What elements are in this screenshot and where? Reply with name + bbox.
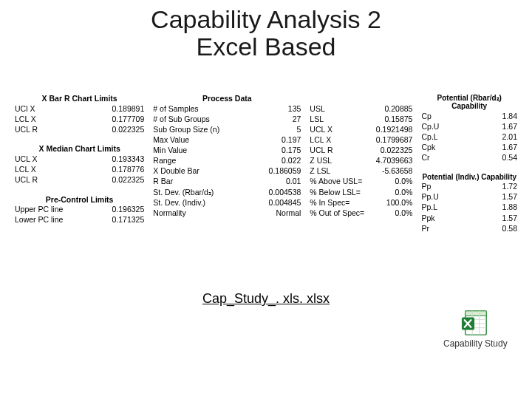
table-row: Z USL4.7039663	[310, 156, 412, 166]
row-value: 100.0%	[382, 198, 413, 208]
row-value: 4.7039663	[372, 156, 413, 166]
table-row: Pp.U1.57	[421, 192, 517, 202]
row-label: Pp	[421, 182, 497, 191]
row-label: Z LSL	[310, 166, 378, 176]
table-row: USL0.20885	[310, 103, 412, 114]
table-row: Pr0.58	[421, 223, 517, 233]
table-row: Min Value0.175	[153, 146, 301, 156]
row-label: Pp.L	[421, 202, 497, 212]
row-label: Z USL	[310, 156, 371, 166]
col-spec-stats: USL0.20885 LSL0.15875 UCL X0.1921498 LCL…	[310, 93, 412, 233]
table-row: St. Dev. (Rbar/d₂)0.004538	[153, 187, 301, 197]
table-row: Upper PC line0.196325	[15, 205, 144, 215]
heading-process-data: Process Data	[153, 93, 301, 103]
table-row: St. Dev. (Indiv.)0.004845	[153, 197, 301, 208]
table-row: % Out of Spec=0.0%	[310, 208, 412, 218]
row-value: 0.186059	[265, 166, 301, 176]
row-value: 0.20885	[380, 104, 412, 114]
col-process-data: Process Data # of Samples135 # of Sub Gr…	[153, 93, 301, 233]
row-label: Cpk	[421, 143, 497, 152]
row-value: 0.54	[498, 153, 517, 163]
table-row: Range0.022	[153, 156, 301, 166]
table-row: R Bar0.01	[153, 177, 301, 187]
col-xbar-r-limits: X Bar R Chart Limits UCl X0.189891 LCL X…	[15, 93, 144, 233]
table-row: UCl X0.189891	[15, 103, 144, 114]
row-value: 1.84	[498, 112, 517, 121]
table-row: Ppk1.57	[421, 213, 517, 223]
table-row: # of Sub Groups27	[153, 114, 301, 124]
row-label: St. Dev. (Rbar/d₂)	[153, 188, 264, 197]
row-label: X Double Bar	[153, 166, 264, 176]
heading-cap-rbard2: Potential (Rbar/d₂) Capability	[421, 93, 517, 111]
table-row: Pp.L1.88	[421, 202, 517, 213]
row-value: 27	[288, 115, 301, 124]
row-value: 0.004845	[265, 198, 301, 208]
row-value: 0.1799687	[372, 135, 413, 145]
row-label: USL	[310, 104, 380, 114]
table-row: UCL R0.022325	[310, 146, 412, 156]
title-line-2: Excel Based	[197, 33, 336, 61]
slide-title: Capability Analysis 2 Excel Based	[0, 6, 532, 60]
row-value: 0.171325	[108, 215, 145, 225]
table-row: LCL X0.178776	[15, 165, 144, 175]
row-label: % Below LSL=	[310, 188, 390, 197]
heading-cap-indiv: Potential (Indiv.) Capability	[421, 172, 517, 182]
row-value: 0.15875	[380, 115, 412, 124]
row-label: Cp	[421, 112, 497, 121]
table-row: UCL X0.1921498	[310, 124, 412, 134]
row-value: 0.0%	[391, 177, 413, 186]
row-value: 0.1921498	[372, 125, 413, 134]
row-value: 1.57	[498, 192, 517, 202]
row-label: LSL	[310, 115, 380, 124]
row-label: LCL X	[15, 115, 108, 124]
table-row: NormalityNormal	[153, 208, 301, 218]
row-label: Normality	[153, 208, 271, 218]
row-value: 1.67	[498, 143, 517, 152]
row-value: 0.01	[282, 177, 301, 186]
table-row: Cp1.84	[421, 111, 517, 121]
heading-xmedian: X Median Chart Limits	[15, 143, 144, 154]
row-label: % Above USL=	[310, 177, 390, 186]
row-label: UCL R	[15, 175, 108, 185]
row-label: # of Sub Groups	[153, 115, 287, 124]
table-row: Cp.U1.67	[421, 121, 517, 132]
excel-embed[interactable]: Capability Study	[443, 309, 508, 349]
row-label: # of Samples	[153, 104, 284, 114]
row-label: R Bar	[153, 177, 282, 186]
row-label: Ppk	[421, 214, 497, 223]
row-value: 1.67	[498, 122, 517, 132]
table-row: % Below LSL=0.0%	[310, 187, 412, 197]
row-label: Pr	[421, 224, 497, 233]
row-label: Cr	[421, 153, 497, 163]
row-value: 0.022325	[108, 125, 145, 134]
table-row: % In Spec=100.0%	[310, 197, 412, 208]
row-value: 0.0%	[391, 188, 413, 197]
row-value: 135	[284, 104, 301, 114]
row-label: UCL R	[15, 125, 108, 134]
row-label: % In Spec=	[310, 198, 381, 208]
excel-icon	[461, 309, 489, 337]
heading-xbar-r: X Bar R Chart Limits	[15, 93, 144, 103]
table-row: Cpk1.67	[421, 142, 517, 152]
row-label: Max Value	[153, 135, 277, 145]
row-label: Lower PC line	[15, 215, 108, 225]
row-value: 0.196325	[108, 205, 145, 214]
row-value: 0.189891	[108, 104, 145, 114]
table-row: UCL R0.022325	[15, 124, 144, 134]
data-tables: X Bar R Chart Limits UCl X0.189891 LCL X…	[15, 93, 517, 233]
title-line-1: Capability Analysis 2	[151, 5, 381, 33]
table-row: % Above USL=0.0%	[310, 177, 412, 187]
row-value: 0.175	[277, 146, 301, 155]
row-value: 0.0%	[391, 208, 413, 218]
row-label: Pp.U	[421, 192, 497, 202]
row-value: 0.004538	[265, 188, 301, 197]
slide: Capability Analysis 2 Excel Based X Bar …	[0, 0, 532, 399]
row-value: 0.177709	[108, 115, 145, 124]
heading-precontrol: Pre-Control Limits	[15, 194, 144, 205]
table-row: Max Value0.197	[153, 134, 301, 145]
row-label: LCL X	[15, 165, 108, 174]
row-label: Sub Group Size (n)	[153, 125, 292, 134]
file-link[interactable]: Cap_Study_. xls. xlsx	[0, 291, 532, 307]
excel-caption: Capability Study	[443, 338, 508, 349]
row-value: 0.58	[498, 224, 517, 233]
